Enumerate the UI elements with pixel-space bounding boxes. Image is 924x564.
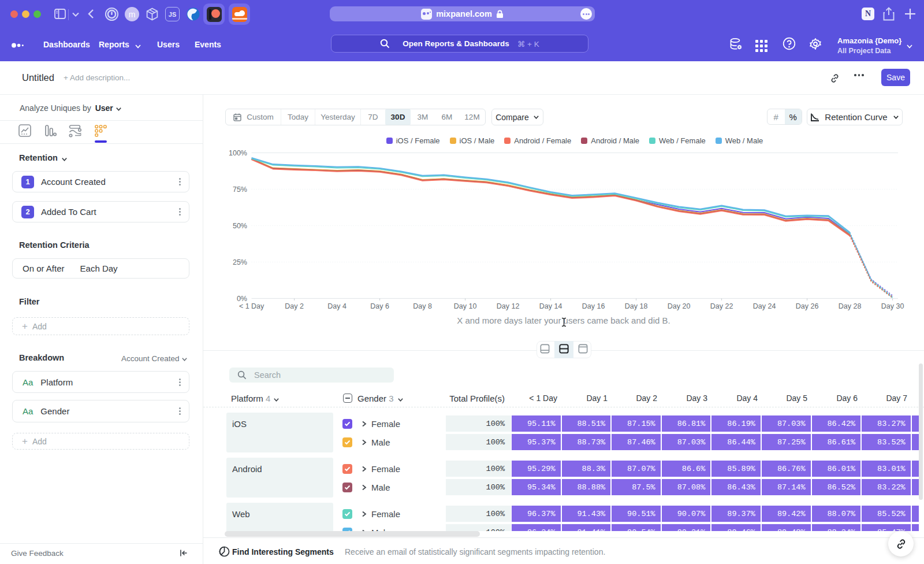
svg-text:Day 18: Day 18: [625, 302, 648, 310]
svg-text:50%: 50%: [233, 222, 247, 230]
svg-text:100%: 100%: [229, 149, 247, 157]
svg-text:0%: 0%: [237, 295, 247, 303]
svg-text:75%: 75%: [233, 185, 247, 194]
svg-text:Day 10: Day 10: [454, 302, 477, 310]
svg-text:Day 26: Day 26: [796, 302, 819, 310]
svg-text:Day 24: Day 24: [753, 302, 776, 310]
svg-text:Day 8: Day 8: [413, 302, 432, 310]
svg-text:Day 30: Day 30: [881, 302, 904, 310]
svg-text:Day 20: Day 20: [668, 302, 691, 310]
svg-text:Day 12: Day 12: [497, 302, 520, 310]
svg-text:Day 16: Day 16: [582, 302, 605, 310]
svg-text:Day 6: Day 6: [370, 302, 389, 310]
svg-text:Day 4: Day 4: [327, 302, 346, 310]
svg-text:Day 2: Day 2: [285, 302, 304, 310]
svg-text:Day 14: Day 14: [539, 302, 562, 310]
svg-text:25%: 25%: [233, 258, 247, 266]
svg-text:Day 22: Day 22: [710, 302, 733, 310]
svg-text:< 1 Day: < 1 Day: [239, 302, 264, 310]
svg-text:Day 28: Day 28: [839, 302, 862, 310]
